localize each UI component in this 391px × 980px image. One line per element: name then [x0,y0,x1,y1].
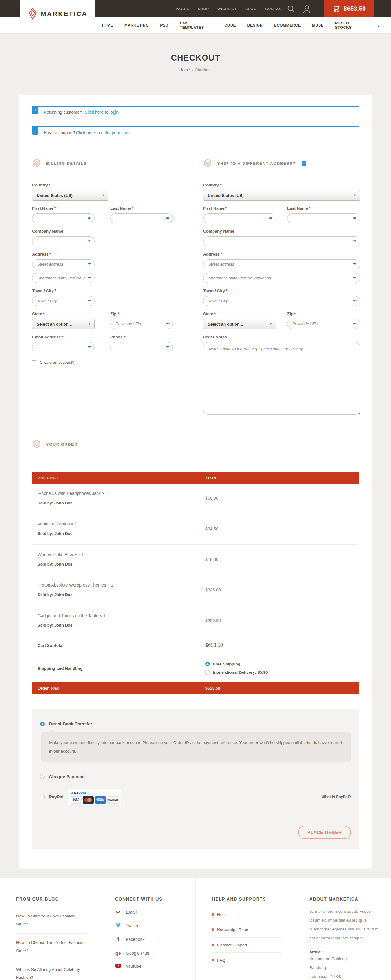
help-link[interactable]: Help [212,907,281,922]
coupon-notice: i Have a coupon? Click here to enter you… [32,126,359,142]
create-account-checkbox[interactable] [32,360,36,364]
coupon-link[interactable]: Click here to enter your code [76,130,131,135]
search-icon[interactable] [287,5,295,13]
amex-card-icon: AMERICAN EXPRESS [95,796,106,803]
billing-last-name-input[interactable] [110,213,173,223]
cheque-payment-radio[interactable] [40,774,45,779]
billing-street-input[interactable] [32,259,95,269]
social-link-youtube[interactable]: Youtube [115,964,183,969]
billing-first-name-input[interactable] [32,213,95,223]
select-arrow-icon [269,323,272,326]
product-column-header: PRODUCT [32,476,205,480]
billing-apartment-input[interactable] [32,273,95,283]
bank-transfer-radio[interactable] [40,722,45,726]
shipping-zip-input[interactable] [287,319,360,329]
login-link[interactable]: Click here to login [84,110,119,115]
coupon-text: Have a coupon? [44,130,75,135]
international-delivery-radio[interactable] [205,670,210,675]
table-row: Gadget and Things on the Table × 1Sold b… [32,606,359,636]
place-order-button[interactable]: PLACE ORDER [298,826,351,839]
total-column-header: TOTAL [205,476,359,480]
header-icons [287,0,310,18]
shipping-last-name-input[interactable] [287,213,360,223]
nav-marketing[interactable]: MARKETING [124,23,149,27]
billing-phone-input[interactable] [110,342,173,352]
nav-html[interactable]: HTML [102,23,113,27]
billing-state-select[interactable]: Select an option... [32,319,95,329]
billing-email-input[interactable] [32,342,95,352]
billing-town-input[interactable] [32,296,95,306]
shipping-apartment-input[interactable] [203,273,360,283]
user-icon[interactable] [303,5,310,13]
shipping-address-label: Address* [203,252,360,256]
order-notes-textarea[interactable] [203,342,360,415]
social-link-googleplus[interactable]: g+Google Plus [115,951,183,956]
social-link-twitter[interactable]: Twitter [115,923,183,928]
billing-zip-input[interactable] [110,319,173,329]
blog-post-link[interactable]: How To Start Your Own Fashion Store? [16,907,86,934]
shipping-state-select[interactable]: Select an option... [203,319,276,329]
help-link[interactable]: Knowladge Base [212,922,281,937]
cart-subtotal-row: Cart Subtotal $653.50 [32,636,359,654]
shipping-town-input[interactable] [203,296,360,306]
blog-post-link[interactable]: What is So Alluring About Celebrity Fash… [16,961,86,980]
your-order-heading: YOUR ORDER [46,442,78,447]
breadcrumb-home[interactable]: Home [179,68,190,72]
nav-muse[interactable]: MUSE [312,23,324,27]
billing-phone-label: Phone* [110,335,173,339]
help-link[interactable]: FAQ [212,953,281,968]
chevron-down-icon[interactable]: » [376,24,381,27]
what-is-paypal-link[interactable]: What is PayPal? [321,795,351,799]
ship-different-address-checkbox[interactable] [302,161,307,165]
footer-blog-heading: FROM OUR BLOG [16,897,86,902]
paypal-cards-image: P PayPal VISA AMERICAN EXPRESS DISCOVER [68,788,121,806]
cart-subtotal-label: Cart Subtotal [32,643,205,648]
googleplus-icon: g+ [115,951,121,956]
social-link-facebook[interactable]: fFacebook [115,936,183,943]
product-name: Women Hold iPhone × 1 [38,552,205,557]
top-nav-contact[interactable]: CONTACT [265,7,284,11]
top-nav-wishlist[interactable]: WISHLIST [218,7,237,11]
shipping-first-name-input[interactable] [203,213,276,223]
nav-code[interactable]: CODE [224,23,236,27]
bullet-icon [212,928,213,931]
nav-psd[interactable]: PSD [160,23,168,27]
paypal-label: PayPal [49,794,64,799]
cart-button[interactable]: $653.50 [324,0,374,18]
shipping-company-input[interactable] [203,236,360,247]
twitter-icon [115,923,121,928]
footer: FROM OUR BLOG How To Start Your Own Fash… [0,878,391,980]
footer-connect-column: CONNECT WITH US ✉Email Twitter fFacebook… [99,878,196,980]
shipping-country-label: Country* [203,183,360,188]
social-link-email[interactable]: ✉Email [115,909,183,915]
shipping-country-select[interactable]: United States (US) [203,190,360,200]
billing-company-input[interactable] [32,236,95,247]
footer-help-heading: HELP AND SUPPORTS [212,897,281,902]
tag-logo-icon [28,8,37,19]
select-arrow-icon [353,194,356,197]
nav-cms-templates[interactable]: CMS TEMPLATES [180,21,213,30]
order-total-label: Order Total [32,686,205,690]
free-shipping-radio[interactable] [205,662,210,667]
nav-design[interactable]: DESIGN [247,23,263,27]
select-arrow-icon [88,323,91,326]
info-icon: i [32,107,38,115]
cheque-payment-label: Cheque Payment [49,774,85,779]
paypal-radio[interactable] [40,795,45,799]
help-link[interactable]: Contact Support [212,937,281,953]
bullet-icon [212,943,213,946]
product-name: Proton Absolute Wordpress Themes × 1 [38,582,205,587]
product-total: $56.00 [205,496,218,501]
top-nav-pages[interactable]: PAGES [176,7,189,11]
cart-total: $653.50 [344,5,366,12]
breadcrumb-current: Checkout [195,68,212,72]
product-seller: Sold by: John Doe [38,592,205,597]
nav-photo-stocks[interactable]: PHOTO STOCKS [335,21,366,30]
top-nav-blog[interactable]: BLOG [245,7,257,11]
billing-country-select[interactable]: United States (US) [32,190,108,200]
shipping-street-input[interactable] [203,259,360,269]
logo[interactable]: MARKETICA [20,0,95,27]
nav-ecommerce[interactable]: ECOMMERCE [274,23,300,27]
blog-post-link[interactable]: How To Choose The Perfect Fashion Store? [16,934,86,961]
top-nav-shop[interactable]: SHOP [198,7,209,11]
